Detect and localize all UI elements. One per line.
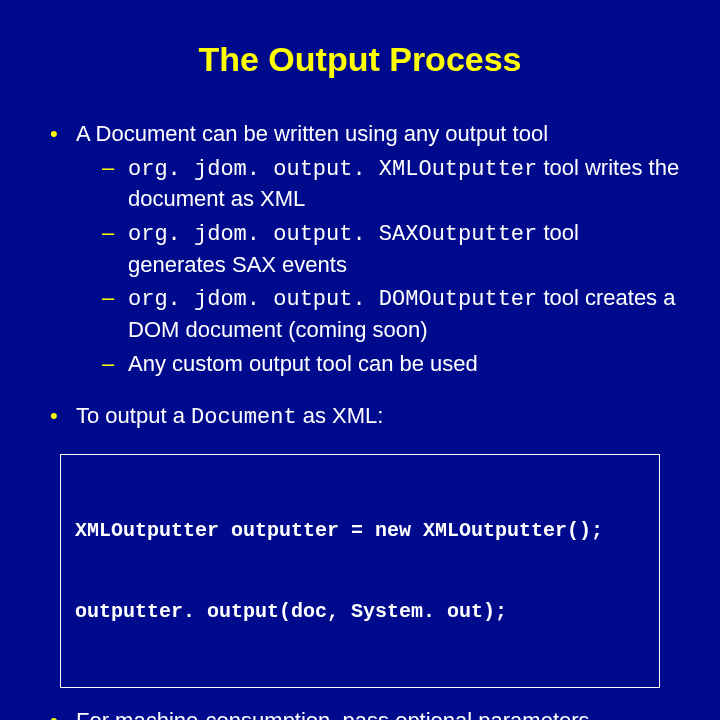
code-domoutputter: org. jdom. output. DOMOutputter: [128, 287, 537, 312]
code-document: Document: [191, 405, 297, 430]
code-block-1: XMLOutputter outputter = new XMLOutputte…: [60, 454, 660, 688]
bullet-1-sub-3: org. jdom. output. DOMOutputter tool cre…: [102, 283, 680, 344]
bullet-1-sublist: org. jdom. output. XMLOutputter tool wri…: [102, 153, 680, 379]
bullet-1: A Document can be written using any outp…: [40, 119, 680, 379]
bullet-2-suffix: as XML:: [297, 403, 384, 428]
bullet-list: A Document can be written using any outp…: [40, 119, 680, 432]
slide: The Output Process A Document can be wri…: [0, 0, 720, 720]
bullet-1-sub-2: org. jdom. output. SAXOutputter tool gen…: [102, 218, 680, 279]
bullet-3-text: For machine-consumption, pass optional p…: [76, 708, 590, 720]
code-saxoutputter: org. jdom. output. SAXOutputter: [128, 222, 537, 247]
slide-title: The Output Process: [40, 40, 680, 79]
bullet-3: For machine-consumption, pass optional p…: [40, 706, 680, 720]
code-block-1-line-2: outputter. output(doc, System. out);: [75, 598, 645, 625]
bullet-1-text: A Document can be written using any outp…: [76, 121, 548, 146]
bullet-2: To output a Document as XML:: [40, 401, 680, 433]
code-block-1-line-1: XMLOutputter outputter = new XMLOutputte…: [75, 517, 645, 544]
bullet-1-sub-4-text: Any custom output tool can be used: [128, 351, 478, 376]
bullet-1-sub-4: Any custom output tool can be used: [102, 349, 680, 379]
code-xmloutputter: org. jdom. output. XMLOutputter: [128, 157, 537, 182]
bullet-1-sub-1: org. jdom. output. XMLOutputter tool wri…: [102, 153, 680, 214]
bullet-2-prefix: To output a: [76, 403, 191, 428]
bullet-list-2: For machine-consumption, pass optional p…: [40, 706, 680, 720]
